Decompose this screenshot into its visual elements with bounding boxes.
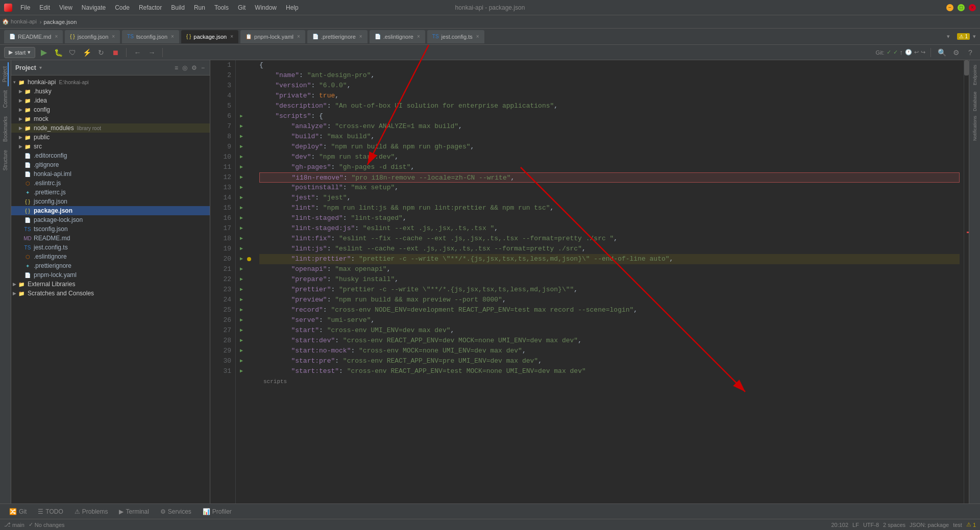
menu-code[interactable]: Code (111, 3, 134, 12)
git-push[interactable]: ↑ (900, 48, 903, 56)
project-dropdown[interactable]: Project (15, 64, 36, 71)
tab-prettierignore[interactable]: 📄 .prettierignore × (307, 30, 368, 43)
close-tab-jsconfig[interactable]: × (112, 34, 115, 39)
warning-expand[interactable]: ▾ (973, 33, 976, 40)
gi-10[interactable]: ▶ (236, 152, 247, 162)
close-tab-prettierignore[interactable]: × (359, 34, 362, 39)
gi-14[interactable]: ▶ (236, 193, 247, 203)
close-tab-package-json[interactable]: × (230, 34, 233, 39)
tree-item-idea[interactable]: ▶ 📁 .idea (11, 96, 210, 105)
menu-window[interactable]: Window (251, 3, 281, 12)
tree-root[interactable]: ▾ 📁 honkai-api E:\honkai-api (11, 78, 210, 87)
run-button[interactable]: ▶ (38, 47, 50, 58)
tab-package-json[interactable]: { } package.json × (181, 30, 238, 43)
gi-30[interactable]: ▶ (236, 356, 247, 366)
tree-item-jsconfig[interactable]: { } jsconfig.json (11, 197, 210, 206)
menu-tools[interactable]: Tools (210, 3, 233, 12)
gi-29[interactable]: ▶ (236, 346, 247, 356)
code-content[interactable]: { "name": "ant-design-pro", "version": "… (255, 60, 964, 503)
bottom-tab-todo[interactable]: ☰ TODO (33, 507, 68, 517)
tree-item-pnpm-lock[interactable]: 📄 pnpm-lock.yaml (11, 270, 210, 280)
menu-edit[interactable]: Edit (35, 3, 54, 12)
tree-item-external[interactable]: ▶ 📁 External Libraries (11, 280, 210, 289)
stop-button[interactable]: ⏹ (110, 47, 121, 58)
tab-eslintignore[interactable]: 📄 .eslintignore × (370, 30, 425, 43)
tree-item-readme[interactable]: MD README.md (11, 234, 210, 243)
close-tab-readme[interactable]: × (55, 34, 58, 39)
encoding[interactable]: UTF-8 (863, 522, 879, 528)
sidebar-icon-commit[interactable]: Commit (3, 86, 8, 112)
tree-item-node-modules[interactable]: ▶ 📁 node_modules library root (11, 123, 210, 133)
forward-button[interactable]: → (146, 47, 157, 58)
gi-17[interactable]: ▶ (236, 223, 247, 234)
gi-20[interactable]: ▶ (236, 254, 247, 264)
bottom-tab-profiler[interactable]: 📊 Profiler (198, 507, 237, 517)
tree-item-mock[interactable]: ▶ 📁 mock (11, 114, 210, 123)
menu-build[interactable]: Build (167, 3, 189, 12)
menu-view[interactable]: View (55, 3, 77, 12)
project-dropdown-arrow[interactable]: ▾ (39, 65, 42, 70)
panel-close[interactable]: − (200, 64, 206, 71)
sidebar-icon-structure[interactable]: Structure (3, 146, 8, 175)
close-tab-jest-config[interactable]: × (476, 34, 479, 39)
sidebar-icon-bookmarks[interactable]: Bookmarks (3, 112, 8, 146)
search-button[interactable]: 🔍 (936, 47, 947, 58)
bottom-tab-services[interactable]: ⚙ Services (155, 507, 197, 517)
git-undo[interactable]: ↩ (914, 49, 919, 56)
sidebar-icon-notifications[interactable]: Notifications (970, 115, 979, 141)
tab-tsconfig[interactable]: TS tsconfig.json × (122, 30, 179, 43)
gi-13[interactable]: ▶ (236, 183, 247, 193)
profiler-button[interactable]: ⚡ (81, 47, 92, 58)
tree-item-prettierrc[interactable]: ✦ .prettierrc.js (11, 188, 210, 197)
bottom-tab-git[interactable]: 🔀 Git (4, 507, 32, 517)
bottom-tab-terminal[interactable]: ▶ Terminal (114, 507, 154, 517)
scrollbar-area[interactable] (964, 60, 969, 503)
tab-pnpm-lock[interactable]: 📋 pnpm-lock.yaml × (240, 30, 305, 43)
tree-item-gitignore[interactable]: 📄 .gitignore (11, 160, 210, 169)
menu-navigate[interactable]: Navigate (78, 3, 110, 12)
tab-jsconfig[interactable]: { } jsconfig.json × (65, 30, 120, 43)
tree-item-eslintignore[interactable]: ⬡ .eslintignore (11, 252, 210, 261)
sidebar-icon-endpoints[interactable]: Endpoints (970, 62, 979, 88)
tree-item-public[interactable]: ▶ 📁 public (11, 133, 210, 142)
git-history[interactable]: 🕐 (905, 49, 912, 56)
tab-jest-config[interactable]: TS jest.config.ts × (427, 30, 484, 43)
git-check1[interactable]: ✓ (887, 49, 891, 56)
menu-refactor[interactable]: Refactor (135, 3, 166, 12)
gi-21[interactable]: ▶ (236, 264, 247, 274)
code-editor[interactable]: 1 2 3 4 5 6 7 8 9 10 11 12 13 14 15 16 1 (210, 60, 969, 503)
tree-item-prettierignore[interactable]: ✦ .prettierignore (11, 261, 210, 270)
git-branch-status[interactable]: ⎇ main (4, 521, 24, 528)
sidebar-icon-project[interactable]: Project (2, 62, 9, 86)
gi-23[interactable]: ▶ (236, 285, 247, 295)
tree-item-package-json[interactable]: { } package.json (11, 206, 210, 215)
file-type-status[interactable]: JSON: package (910, 522, 949, 528)
gi-16[interactable]: ▶ (236, 213, 247, 223)
settings-button[interactable]: ⚙ (950, 47, 962, 58)
gi-27[interactable]: ▶ (236, 325, 247, 336)
gi-8[interactable]: ▶ (236, 132, 247, 142)
tree-item-iml[interactable]: 📄 honkai-api.iml (11, 169, 210, 179)
tree-item-scratches[interactable]: ▶ 📁 Scratches and Consoles (11, 289, 210, 298)
panel-settings[interactable]: ⚙ (190, 64, 198, 71)
gi-24[interactable]: ▶ (236, 295, 247, 305)
gi-11[interactable]: ▶ (236, 162, 247, 172)
help-button[interactable]: ? (965, 47, 976, 58)
gi-31[interactable]: ▶ (236, 366, 247, 376)
close-tab-tsconfig[interactable]: × (171, 34, 174, 39)
bottom-tab-problems[interactable]: ⚠ Problems (69, 507, 113, 517)
warning-status[interactable]: ⚠ 1 (966, 521, 976, 528)
menu-git[interactable]: Git (234, 3, 250, 12)
gi-19[interactable]: ▶ (236, 244, 247, 254)
close-tab-eslintignore[interactable]: × (417, 34, 420, 39)
tree-item-jest[interactable]: TS jest.config.ts (11, 243, 210, 252)
tree-item-husky[interactable]: ▶ 📁 .husky (11, 87, 210, 96)
tree-item-package-lock[interactable]: 📄 package-lock.json (11, 215, 210, 224)
tree-item-editorconfig[interactable]: 📄 .editorconfig (11, 151, 210, 160)
indent[interactable]: 2 spaces (883, 522, 905, 528)
menu-file[interactable]: File (16, 3, 34, 12)
branch-status[interactable]: test (953, 522, 962, 528)
scrollbar-thumb[interactable] (964, 60, 969, 75)
menu-help[interactable]: Help (282, 3, 303, 12)
git-check2[interactable]: ✓ (893, 49, 898, 56)
